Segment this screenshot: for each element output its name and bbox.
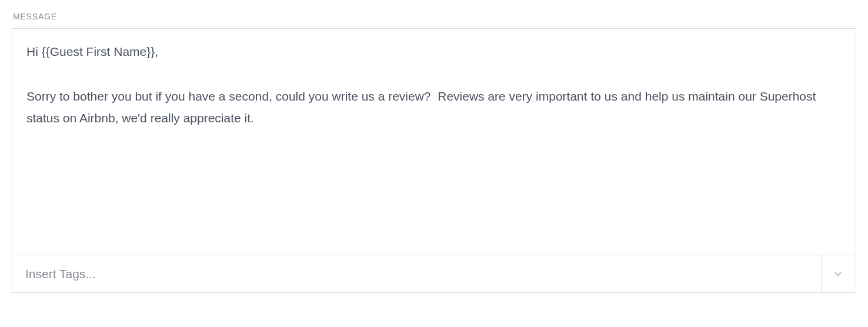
insert-tags-placeholder: Insert Tags... (12, 267, 821, 281)
insert-tags-dropdown[interactable]: Insert Tags... (12, 255, 856, 292)
message-textarea[interactable] (12, 29, 856, 252)
chevron-down-icon (832, 268, 844, 280)
message-editor-container: Insert Tags... (12, 28, 856, 293)
message-field-label: MESSAGE (12, 12, 856, 21)
insert-tags-chevron-wrap (821, 255, 856, 292)
